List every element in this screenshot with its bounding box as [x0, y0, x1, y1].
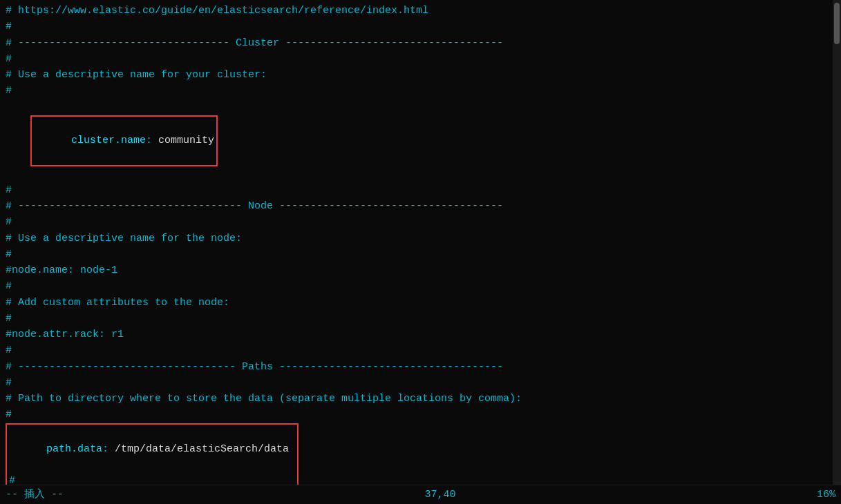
- scrollbar[interactable]: [833, 0, 841, 485]
- code-line: #: [6, 311, 835, 327]
- code-line: #: [6, 342, 835, 358]
- cluster-name-line: cluster.name: community: [6, 99, 835, 182]
- code-line: # https://www.elastic.co/guide/en/elasti…: [6, 3, 835, 19]
- code-line: #: [6, 83, 835, 99]
- paths-highlighted-block: path.data: /tmp/data/elasticSearch/data …: [6, 423, 299, 485]
- path-data-line: path.data: /tmp/data/elasticSearch/data: [9, 425, 295, 474]
- scroll-percent: 16%: [817, 487, 835, 503]
- code-line: #: [6, 375, 835, 391]
- code-line: #: [6, 19, 835, 35]
- cluster-name-key: cluster.name: [71, 135, 146, 146]
- code-line: # ---------------------------------- Clu…: [6, 35, 835, 51]
- code-line: # Add custom attributes to the node:: [6, 295, 835, 311]
- path-data-key: path.data: [46, 443, 102, 455]
- code-line: #: [6, 214, 835, 230]
- editor-area: # https://www.elastic.co/guide/en/elasti…: [0, 0, 841, 485]
- code-line: #: [6, 278, 835, 294]
- status-bar: -- 插入 -- 37,40 16%: [0, 485, 841, 504]
- code-line: #node.attr.rack: r1: [6, 327, 835, 342]
- path-data-value: /tmp/data/elasticSearch/data: [115, 443, 289, 455]
- code-line: # Path to directory where to store the d…: [6, 391, 835, 407]
- scrollbar-thumb: [834, 3, 840, 44]
- code-line: # Use a descriptive name for the node:: [6, 231, 835, 246]
- code-line: #: [6, 182, 835, 198]
- vim-mode: -- 插入 --: [6, 487, 64, 503]
- code-line: # ----------------------------------- Pa…: [6, 359, 835, 375]
- code-line: #: [9, 473, 295, 485]
- code-line: #node.name: node-1: [6, 262, 835, 278]
- cursor-position: 37,40: [424, 487, 455, 503]
- code-line: # Use a descriptive name for your cluste…: [6, 67, 835, 83]
- code-line: # ------------------------------------ N…: [6, 198, 835, 214]
- code-line: #: [6, 51, 835, 67]
- cluster-name-value: community: [158, 135, 214, 146]
- code-line: #: [6, 407, 835, 423]
- code-line: #: [6, 246, 835, 262]
